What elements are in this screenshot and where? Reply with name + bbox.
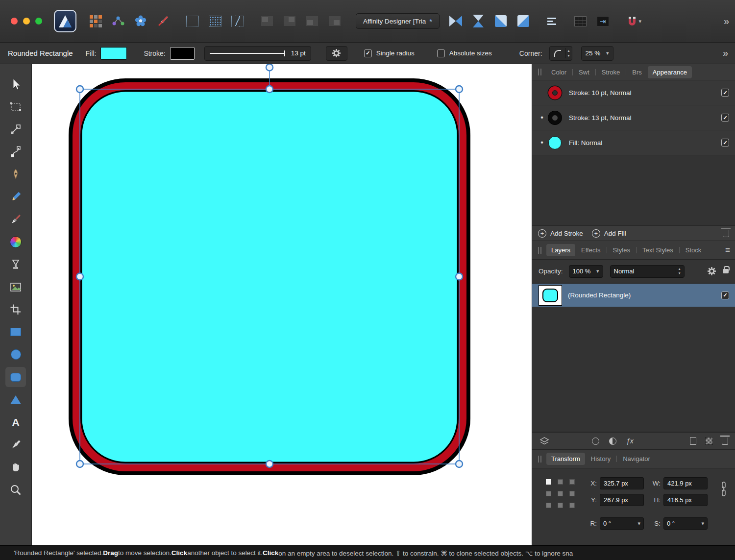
rotate-cw-button[interactable] (512, 11, 535, 31)
tool-color-picker[interactable] (5, 435, 26, 455)
tool-artistic-text[interactable]: A (5, 412, 26, 432)
rotation-handle[interactable] (266, 64, 273, 71)
absolute-sizes-checkbox[interactable] (437, 49, 445, 57)
tool-triangle[interactable] (5, 390, 26, 410)
tab-styles[interactable]: Styles (608, 244, 635, 256)
anchor-center[interactable] (558, 491, 563, 496)
adjustment-layer-icon[interactable] (609, 438, 616, 445)
node-graph-button[interactable] (107, 11, 129, 31)
blend-mode-stepper[interactable]: ▴▾ (676, 267, 681, 275)
fill-color-swatch[interactable] (100, 47, 127, 60)
align-button[interactable] (540, 11, 563, 31)
lock-icon[interactable] (723, 269, 729, 273)
tool-node[interactable] (5, 142, 26, 162)
stroke-10-swatch[interactable] (548, 86, 562, 99)
shear-dropdown[interactable]: 0 ° ▾ (663, 517, 708, 530)
x-input[interactable]: 325.7 px (600, 477, 644, 489)
layer-row-rounded-rectangle[interactable]: (Rounded Rectangle) ✓ (532, 283, 735, 307)
anchor-mid-right[interactable] (569, 491, 575, 496)
tab-stroke[interactable]: Stroke (597, 66, 625, 78)
rotation-dropdown[interactable]: 0 ° ▾ (600, 517, 644, 530)
tab-history[interactable]: History (586, 453, 615, 465)
selection-handle-top-left[interactable] (76, 86, 83, 93)
anchor-top-left[interactable] (546, 479, 551, 485)
layers-stack-icon[interactable] (539, 436, 550, 446)
tool-rounded-rectangle[interactable] (5, 367, 26, 387)
delete-appearance-icon[interactable] (723, 230, 729, 237)
plus-circle-icon[interactable]: + (592, 229, 600, 238)
tab-layers[interactable]: Layers (546, 244, 575, 256)
tool-vector-crop[interactable] (5, 299, 26, 319)
pixel-persona-button[interactable] (84, 11, 107, 31)
document-title-dropdown[interactable]: Affinity Designer [Tria * (356, 13, 440, 29)
tab-appearance[interactable]: Appearance (648, 66, 692, 78)
tab-brushes[interactable]: Brs (627, 66, 647, 78)
flip-horizontal-button[interactable] (444, 11, 467, 31)
anchor-top-center[interactable] (558, 479, 563, 485)
plus-circle-icon[interactable]: + (538, 229, 546, 238)
new-layer-icon[interactable] (690, 437, 696, 445)
tool-place-image[interactable] (5, 277, 26, 297)
corner-type-dropdown[interactable]: ▴▾ (549, 46, 572, 61)
panel-grip[interactable] (538, 69, 541, 75)
minimize-window-button[interactable] (23, 18, 30, 24)
grid-perspective-button[interactable] (226, 11, 249, 31)
tool-vector-brush[interactable] (5, 209, 26, 229)
layer-name[interactable]: (Rounded Rectangle) (568, 292, 721, 299)
tab-stock[interactable]: Stock (681, 244, 707, 256)
corner-percent-dropdown[interactable]: 25 % ▾ (581, 46, 613, 61)
rotate-ccw-button[interactable] (490, 11, 512, 31)
opacity-dropdown[interactable]: 100 % ▾ (569, 265, 603, 278)
appearance-row-stroke-13[interactable]: • Stroke: 13 pt, Normal ✓ (532, 105, 735, 130)
anchor-top-right[interactable] (569, 479, 575, 485)
add-stroke-button[interactable]: Add Stroke (550, 230, 583, 237)
fill-swatch[interactable] (548, 136, 562, 149)
close-window-button[interactable] (11, 18, 18, 24)
y-input[interactable]: 267.9 px (600, 494, 644, 506)
layer-thumbnail[interactable] (539, 286, 562, 305)
selection-handle-top-right[interactable] (456, 86, 463, 93)
selection-handle-mid-left[interactable] (76, 273, 83, 280)
tool-artboard[interactable] (5, 97, 26, 117)
layer-settings-gear-icon[interactable] (708, 267, 716, 275)
appearance-row-checkbox[interactable]: ✓ (721, 89, 729, 97)
layer-visibility-checkbox[interactable]: ✓ (721, 292, 729, 299)
stroke-13-swatch[interactable] (548, 111, 562, 124)
panel-grip[interactable] (538, 247, 541, 254)
arrange-forward-button[interactable] (301, 11, 323, 31)
arrange-backward-button[interactable] (278, 11, 301, 31)
anchor-bottom-center[interactable] (558, 503, 563, 508)
stroke-width-control[interactable]: 13 pt (204, 46, 311, 61)
appearance-row-checkbox[interactable]: ✓ (721, 139, 729, 146)
stroke-settings-button[interactable] (326, 46, 347, 61)
tool-pencil[interactable] (5, 187, 26, 207)
tab-navigator[interactable]: Navigator (618, 453, 655, 465)
anchor-point-selector[interactable] (546, 479, 575, 508)
blend-mode-dropdown[interactable]: Normal ▴▾ (610, 265, 685, 278)
appearance-row-stroke-10[interactable]: Stroke: 10 pt, Normal ✓ (532, 80, 735, 105)
delete-layer-icon[interactable] (722, 438, 728, 445)
appearance-row-fill[interactable]: • Fill: Normal ✓ (532, 130, 735, 155)
height-input[interactable]: 416.5 px (663, 494, 708, 506)
grid-table-button[interactable] (569, 11, 591, 31)
tool-color-wheel[interactable] (5, 232, 26, 252)
selection-handle-bottom-right[interactable] (456, 461, 463, 467)
tool-move[interactable] (5, 74, 26, 94)
flip-vertical-button[interactable] (467, 11, 490, 31)
snapping-magnet-button[interactable]: ▾ (619, 11, 648, 31)
zoom-window-button[interactable] (35, 18, 42, 24)
anchor-bottom-right[interactable] (569, 503, 575, 508)
tool-rectangle[interactable] (5, 322, 26, 342)
selection-handle-bottom-left[interactable] (76, 461, 83, 467)
style-flower-button[interactable] (129, 11, 152, 31)
canvas-viewport[interactable] (32, 64, 532, 545)
tool-view-hand[interactable] (5, 457, 26, 477)
tool-ellipse[interactable] (5, 344, 26, 365)
tool-point-transform[interactable] (5, 119, 26, 139)
grid-dotted-button[interactable] (181, 11, 204, 31)
mask-layer-icon[interactable] (592, 438, 599, 445)
stroke-width-value[interactable]: 13 pt (291, 49, 306, 57)
selection-handle-mid-right[interactable] (456, 273, 463, 280)
link-dimensions-icon[interactable] (720, 481, 727, 497)
grid-filled-button[interactable] (204, 11, 226, 31)
